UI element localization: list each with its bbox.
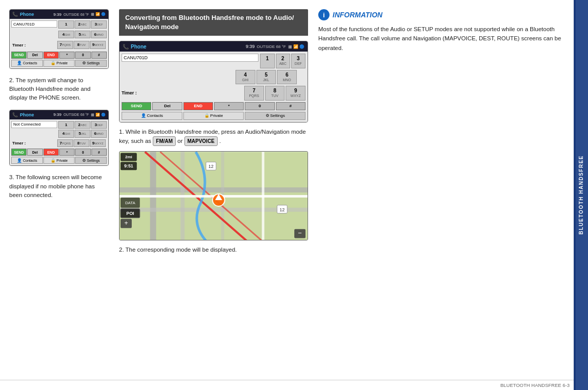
key-2-s1[interactable]: 2ABC xyxy=(75,20,90,29)
lkey-5[interactable]: 5JKL xyxy=(256,70,276,84)
svg-text:12: 12 xyxy=(208,164,214,169)
lzero-btn[interactable]: 0 xyxy=(245,102,274,110)
zero-btn-s1[interactable]: 0 xyxy=(75,52,90,59)
step1-mid: 1. While in Bluetooth Handsfree mode, pr… xyxy=(119,128,308,146)
lprivate-btn[interactable]: 🔒Private xyxy=(183,112,244,120)
info-text: Most of the functions of the Audio or SE… xyxy=(318,25,566,53)
header-time-1: 9:39 xyxy=(54,12,62,17)
box-title: Converting from Bluetooth Handsfree mode… xyxy=(119,9,308,36)
end-btn-s1[interactable]: END xyxy=(43,52,59,59)
ph-input-large: CANU701D xyxy=(122,54,258,62)
ph-nav-large: 👤Contacts 🔒Private ⚙Settings xyxy=(122,112,305,120)
svg-rect-2 xyxy=(120,187,308,192)
header-icons-2: ▦ 📶 🔵 xyxy=(91,113,106,117)
hash-btn-s1[interactable]: # xyxy=(91,52,107,59)
lkey-4[interactable]: 4GHI xyxy=(236,70,255,84)
key-1-s1[interactable]: 1 xyxy=(58,20,74,29)
key-1-s2[interactable]: 1 xyxy=(58,121,74,129)
key-3-s1[interactable]: 3DEF xyxy=(91,20,107,29)
ldel-btn[interactable]: Del xyxy=(152,102,182,110)
phone-icon-1: 📞 xyxy=(12,12,18,17)
not-connected-input: Not Connected xyxy=(11,121,57,128)
side-tab-accent-line xyxy=(574,0,576,390)
key-6-s1[interactable]: 6MNO xyxy=(91,31,107,39)
hash-btn-s2[interactable]: # xyxy=(91,149,107,156)
lsettings-btn[interactable]: ⚙Settings xyxy=(245,112,305,120)
private-btn-s2[interactable]: 🔒Private xyxy=(43,157,75,164)
header-time-2: 9:39 xyxy=(54,112,62,117)
info-box: i INFORMATION Most of the functions of t… xyxy=(318,9,566,53)
step2-text: 2. The system will change to Bluetooth H… xyxy=(9,76,109,103)
lkey-8[interactable]: 8TUV xyxy=(265,86,285,100)
lkey-6[interactable]: 6MNO xyxy=(277,70,297,84)
key-4-s2[interactable]: 4GHI xyxy=(58,130,74,138)
svg-text:−: − xyxy=(298,229,302,236)
lend-btn[interactable]: END xyxy=(183,102,213,110)
key-9-s2[interactable]: 9WXYZ xyxy=(90,139,106,148)
phone-screen-2: 📞 Phone 9:39 OUTSIDE 68 °F ▦ 📶 🔵 Not Con… xyxy=(9,110,109,166)
mapvoice-button[interactable]: MAPVOICE xyxy=(184,136,218,146)
private-btn-s1[interactable]: 🔒Private xyxy=(43,60,75,67)
key-6-s2[interactable]: 6MNO xyxy=(91,130,107,138)
key-5-s2[interactable]: 5JKL xyxy=(75,130,90,138)
map-display: 12 12 2mi 9:51 DATA POI + xyxy=(119,151,308,240)
step2-mid: 2. The corresponding mode will be displa… xyxy=(119,246,308,254)
phone-input-row-1: CANU701D 1 2ABC 3DEF xyxy=(11,20,107,30)
phone-screen-1: 📞 Phone 9:39 OUTSIDE 68 °F ▦ 📶 🔵 CANU701… xyxy=(9,9,109,69)
phone-timer-s2: Timer : 7PQRS 8TUV 9WXYZ xyxy=(11,139,107,148)
star-btn-s2[interactable]: * xyxy=(59,149,75,156)
phone-timer-s1: Timer : 7PQRS 8TUV 9WXYZ xyxy=(11,40,107,51)
side-tab-label: BLUETOOTH HANDSFREE xyxy=(578,155,584,235)
send-btn-s2[interactable]: SEND xyxy=(11,149,27,156)
key-3-s2[interactable]: 3DEF xyxy=(91,121,107,129)
star-btn-s1[interactable]: * xyxy=(59,52,75,59)
lsend-btn[interactable]: SEND xyxy=(122,102,151,110)
settings-btn-s1[interactable]: ⚙Settings xyxy=(75,60,107,67)
del-btn-s1[interactable]: Del xyxy=(27,52,42,59)
del-btn-s2[interactable]: Del xyxy=(27,149,42,156)
right-column: i INFORMATION Most of the functions of t… xyxy=(318,9,566,371)
phone-btns-s2: SEND Del END * 0 # xyxy=(11,149,107,156)
phone-icon-2: 📞 xyxy=(12,112,18,117)
header-icons-1: ▦ 📶 🔵 xyxy=(91,12,106,16)
svg-text:POI: POI xyxy=(126,211,134,216)
key-8-s2[interactable]: 8TUV xyxy=(74,139,89,148)
zero-btn-s2[interactable]: 0 xyxy=(75,149,90,156)
lcontacts-btn[interactable]: 👤Contacts xyxy=(122,112,182,120)
lhash-btn[interactable]: # xyxy=(276,102,305,110)
info-title: INFORMATION xyxy=(333,11,383,19)
header-outside-2: OUTSIDE 68 °F xyxy=(63,113,89,116)
lstar-btn[interactable]: * xyxy=(214,102,244,110)
svg-text:+: + xyxy=(124,218,128,226)
phone-body-1: CANU701D 1 2ABC 3DEF 4GHI 5JKL 6MNO xyxy=(10,19,108,68)
key-7-s2[interactable]: 7PQRS xyxy=(57,139,73,148)
fmam-button[interactable]: FM/AM xyxy=(153,136,176,146)
phone-input-1: CANU701D xyxy=(11,20,57,28)
contacts-btn-s2[interactable]: 👤Contacts xyxy=(11,157,43,164)
mid-column: Converting from Bluetooth Handsfree mode… xyxy=(119,9,308,371)
svg-text:2mi: 2mi xyxy=(125,155,132,159)
phone-body-2: Not Connected 1 2ABC 3DEF 4GHI 5JKL 6MNO xyxy=(10,119,108,166)
send-btn-s1[interactable]: SEND xyxy=(11,52,27,59)
ph-title-large: Phone xyxy=(131,44,244,50)
lkey-1[interactable]: 1 xyxy=(260,54,274,68)
ph-info-large: OUTSIDE 68 °F xyxy=(257,44,286,49)
lkey-7[interactable]: 7PQRS xyxy=(244,86,264,100)
contacts-btn-s1[interactable]: 👤Contacts xyxy=(11,60,43,67)
key-7-s1[interactable]: 7PQRS xyxy=(57,41,73,49)
info-header: i INFORMATION xyxy=(318,9,566,20)
lkey-3[interactable]: 3DEF xyxy=(291,54,305,68)
key-9-s1[interactable]: 9WXYZ xyxy=(90,41,106,49)
settings-btn-s2[interactable]: ⚙Settings xyxy=(75,157,107,164)
key-2-s2[interactable]: 2ABC xyxy=(75,121,90,129)
end-btn-s2[interactable]: END xyxy=(43,149,59,156)
phone-header-2: 📞 Phone 9:39 OUTSIDE 68 °F ▦ 📶 🔵 xyxy=(10,110,108,119)
key-5-s1[interactable]: 5JKL xyxy=(75,31,90,39)
footer-text: BLUETOOTH HANDSFREE 6-3 xyxy=(501,382,570,388)
lkey-2[interactable]: 2ABC xyxy=(276,54,290,68)
key-8-s1[interactable]: 8TUV xyxy=(74,41,89,49)
lkey-9[interactable]: 9WXYZ xyxy=(286,86,305,100)
phone-icon-large: 📞 xyxy=(123,44,129,50)
ph-icons-large: ▦ 📶 🔵 xyxy=(288,44,304,49)
key-4-s1[interactable]: 4GHI xyxy=(58,31,74,39)
